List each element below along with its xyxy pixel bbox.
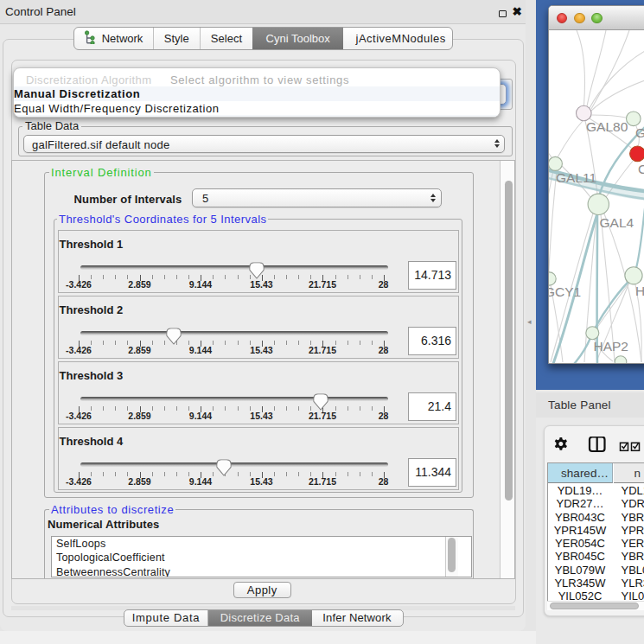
svg-text:C: C — [638, 162, 644, 176]
svg-text:HAP2: HAP2 — [593, 339, 628, 354]
svg-text:GA: GA — [635, 125, 644, 140]
svg-text:GAL4: GAL4 — [599, 215, 634, 230]
svg-text:GAL11: GAL11 — [556, 169, 596, 184]
svg-text:GCY1: GCY1 — [549, 284, 581, 299]
svg-text:H: H — [635, 284, 644, 298]
svg-text:GAL80: GAL80 — [586, 119, 628, 134]
